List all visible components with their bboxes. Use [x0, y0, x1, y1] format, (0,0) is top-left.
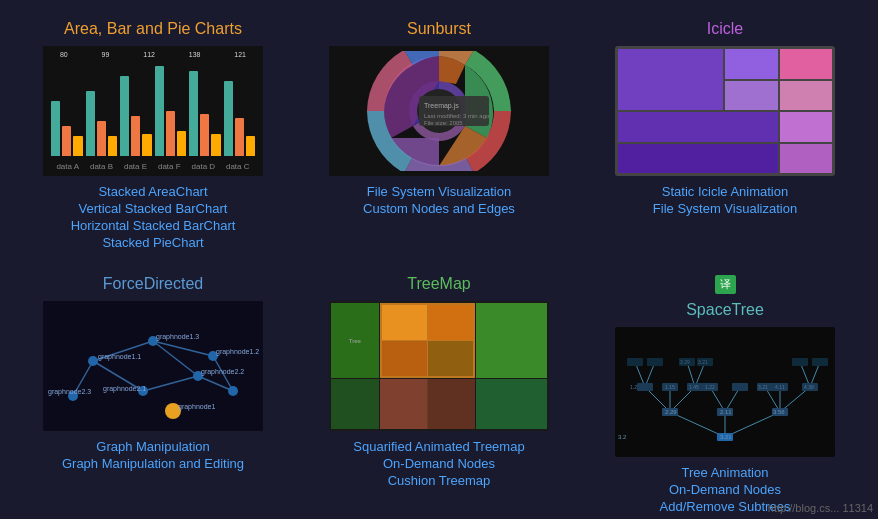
links-charts: Stacked AreaChart Vertical Stacked BarCh…: [71, 184, 236, 250]
treemap-cell-3: [476, 303, 547, 378]
card-area-bar-pie: Area, Bar and Pie Charts: [10, 10, 296, 265]
section-title-spacetree: SpaceTree: [686, 301, 764, 319]
svg-text:graphnode2.2: graphnode2.2: [201, 368, 244, 376]
preview-spacetree: 3.21 2.29 2.11 3.56 1.2 1.15 1.45 1.22 3…: [615, 327, 835, 457]
card-spacetree: 译 SpaceTree: [582, 265, 868, 519]
svg-rect-59: [647, 358, 663, 366]
card-forcedirected: ForceDirected: [10, 265, 296, 519]
preview-sunburst: Treemap.js Last modified: 3 min ago File…: [329, 46, 549, 176]
treemap-cell-4: [331, 379, 379, 429]
link-ondemand-nodes-space[interactable]: On-Demand Nodes: [669, 482, 781, 497]
icicle-cell-5: [780, 81, 833, 111]
treemap-cell-2: [380, 303, 475, 378]
card-icicle: Icicle Static Icicle Animation File Syst…: [582, 10, 868, 265]
svg-rect-54: [732, 383, 748, 391]
svg-text:1.45: 1.45: [689, 384, 699, 390]
links-icicle: Static Icicle Animation File System Visu…: [653, 184, 797, 216]
section-title-charts: Area, Bar and Pie Charts: [64, 20, 242, 38]
card-sunburst: Sunburst: [296, 10, 582, 265]
svg-text:3.21: 3.21: [698, 359, 708, 365]
svg-line-10: [143, 376, 198, 391]
svg-text:2.11: 2.11: [720, 409, 732, 415]
icicle-cell-7: [780, 112, 833, 142]
svg-text:graphnode1.1: graphnode1.1: [98, 353, 141, 361]
svg-rect-58: [627, 358, 643, 366]
svg-text:1.15: 1.15: [665, 384, 675, 390]
svg-text:File size: 2005: File size: 2005: [424, 120, 463, 126]
svg-text:1.22: 1.22: [705, 384, 715, 390]
icicle-cell-6: [618, 112, 778, 142]
preview-force: graphnode1.1 graphnode1.3 graphnode2.1 g…: [43, 301, 263, 431]
svg-text:4.39: 4.39: [804, 384, 814, 390]
svg-text:graphnode2.3: graphnode2.3: [48, 388, 91, 396]
svg-point-19: [228, 386, 238, 396]
preview-charts: data Adata Bdata Edata Fdata Ddata C 809…: [43, 46, 263, 176]
links-sunburst: File System Visualization Custom Nodes a…: [363, 184, 515, 216]
card-treemap: TreeMap Tree: [296, 265, 582, 519]
link-graph-manip[interactable]: Graph Manipulation: [96, 439, 209, 454]
svg-text:3.21: 3.21: [720, 434, 732, 440]
link-static-icicle[interactable]: Static Icicle Animation: [662, 184, 788, 199]
svg-text:3.21: 3.21: [758, 384, 768, 390]
link-tree-animation[interactable]: Tree Animation: [682, 465, 769, 480]
link-squarified[interactable]: Squarified Animated Treemap: [353, 439, 524, 454]
icicle-cell-1: [618, 49, 723, 110]
svg-text:2.29: 2.29: [665, 409, 677, 415]
svg-text:graphnode1: graphnode1: [178, 403, 215, 411]
svg-rect-62: [792, 358, 808, 366]
svg-text:graphnode2.1: graphnode2.1: [103, 385, 146, 393]
svg-text:4.11: 4.11: [775, 384, 785, 390]
watermark: http://blog.cs... 11314: [768, 502, 873, 514]
section-title-force: ForceDirected: [103, 275, 203, 293]
icicle-cell-3: [780, 49, 833, 79]
links-treemap: Squarified Animated Treemap On-Demand No…: [353, 439, 524, 488]
svg-line-29: [670, 412, 725, 437]
section-title-sunburst: Sunburst: [407, 20, 471, 38]
icicle-cell-4: [725, 81, 778, 111]
svg-line-31: [725, 412, 780, 437]
svg-text:Last modified: 3 min ago: Last modified: 3 min ago: [424, 113, 490, 119]
svg-text:Treemap.js: Treemap.js: [424, 102, 459, 110]
svg-rect-63: [812, 358, 828, 366]
svg-text:3.2: 3.2: [618, 434, 627, 440]
x-labels: data Adata Bdata Edata Fdata Ddata C: [51, 162, 255, 171]
link-file-system-vis[interactable]: File System Visualization: [367, 184, 511, 199]
treemap-cell-1: Tree: [331, 303, 379, 378]
preview-icicle: [615, 46, 835, 176]
link-stacked-piechart[interactable]: Stacked PieChart: [102, 235, 203, 250]
svg-line-12: [198, 376, 233, 391]
icicle-cell-2: [725, 49, 778, 79]
treemap-cell-6: [476, 379, 547, 429]
treemap-cell-5: [380, 379, 475, 429]
svg-text:1.2: 1.2: [630, 384, 637, 390]
svg-rect-50: [637, 383, 653, 391]
main-grid: Area, Bar and Pie Charts: [0, 0, 878, 519]
link-vertical-barchart[interactable]: Vertical Stacked BarChart: [79, 201, 228, 216]
link-graph-manip-edit[interactable]: Graph Manipulation and Editing: [62, 456, 244, 471]
svg-text:3.29: 3.29: [680, 359, 690, 365]
svg-point-14: [88, 356, 98, 366]
section-title-treemap: TreeMap: [407, 275, 470, 293]
icicle-cell-8: [618, 144, 778, 174]
translate-badge: 译: [715, 275, 736, 294]
link-stacked-areachart[interactable]: Stacked AreaChart: [98, 184, 207, 199]
svg-text:graphnode1.3: graphnode1.3: [156, 333, 199, 341]
svg-text:graphnode1.2: graphnode1.2: [216, 348, 259, 356]
link-ondemand-nodes-treemap[interactable]: On-Demand Nodes: [383, 456, 495, 471]
preview-treemap: Tree: [329, 301, 549, 431]
link-icicle-file-system[interactable]: File System Visualization: [653, 201, 797, 216]
link-custom-nodes[interactable]: Custom Nodes and Edges: [363, 201, 515, 216]
svg-text:3.56: 3.56: [773, 409, 785, 415]
link-cushion[interactable]: Cushion Treemap: [388, 473, 491, 488]
links-force: Graph Manipulation Graph Manipulation an…: [62, 439, 244, 471]
section-title-icicle: Icicle: [707, 20, 743, 38]
link-horizontal-barchart[interactable]: Horizontal Stacked BarChart: [71, 218, 236, 233]
icicle-cell-9: [780, 144, 833, 174]
